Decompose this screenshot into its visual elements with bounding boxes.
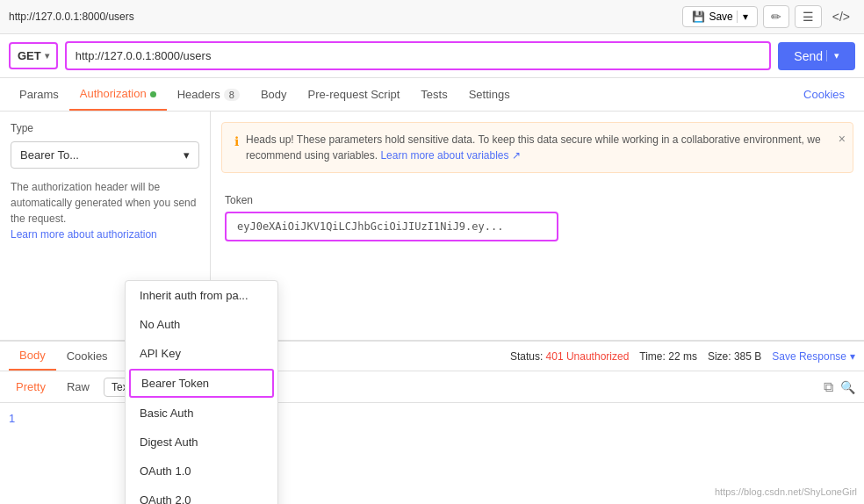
method-select[interactable]: GET ▾	[9, 42, 58, 69]
type-label: Type	[11, 122, 199, 134]
dropdown-item-noauth[interactable]: No Auth	[126, 310, 277, 339]
tab-params[interactable]: Params	[9, 79, 69, 110]
authorization-dot	[150, 91, 156, 97]
save-dropdown-arrow[interactable]: ▾	[737, 11, 748, 23]
alert-learn-link[interactable]: Learn more about variables ↗	[380, 149, 520, 162]
alert-banner: ℹ Heads up! These parameters hold sensit…	[221, 122, 853, 173]
watermark: https://blog.csdn.net/ShyLoneGirl	[715, 486, 857, 497]
comment-button[interactable]: ☰	[795, 5, 822, 28]
request-tabs: Params Authorization Headers8 Body Pre-r…	[0, 78, 864, 112]
send-dropdown-arrow[interactable]: ▾	[826, 50, 839, 61]
dropdown-item-apikey[interactable]: API Key	[126, 339, 277, 368]
url-input[interactable]	[65, 41, 772, 70]
headers-badge: 8	[224, 89, 240, 101]
auth-type-dropdown[interactable]: Inherit auth from pa... No Auth API Key …	[125, 280, 278, 504]
auth-right-panel: ℹ Heads up! These parameters hold sensit…	[211, 112, 864, 340]
type-select[interactable]: Bearer To... ▾	[11, 141, 199, 169]
copy-icon[interactable]: ⧉	[824, 379, 833, 395]
alert-text: Heads up! These parameters hold sensitiv…	[246, 132, 840, 163]
save-response-button[interactable]: Save Response ▾	[772, 350, 855, 363]
save-button[interactable]: 💾 Save ▾	[682, 6, 757, 27]
token-label: Token	[225, 194, 850, 206]
type-value: Bearer To...	[20, 148, 79, 162]
method-label: GET	[18, 49, 41, 62]
save-label: Save	[709, 11, 732, 23]
status-label: Status: 401 Unauthorized	[510, 350, 629, 363]
token-area: Token eyJ0eXAiOiJKV1QiLCJhbGciOiJIUzI1Ni…	[211, 184, 864, 252]
bottom-tab-body[interactable]: Body	[9, 342, 56, 371]
auth-description: The authorization header will be automat…	[11, 179, 199, 242]
dropdown-item-inherit[interactable]: Inherit auth from pa...	[126, 281, 277, 310]
code-button[interactable]: </>	[827, 6, 855, 27]
dropdown-item-oauth1[interactable]: OAuth 1.0	[126, 457, 277, 486]
tab-tests[interactable]: Tests	[410, 79, 457, 110]
window-url: http://127.0.0.1:8000/users	[9, 11, 675, 23]
line-number: 1	[9, 412, 15, 425]
size-value: 385 B	[734, 350, 761, 363]
token-input[interactable]: eyJ0eXAiOiJKV1QiLCJhbGciOiJIUzI1NiJ9.ey.…	[225, 212, 558, 241]
status-code: 401 Unauthorized	[546, 350, 630, 363]
send-label: Send	[794, 49, 823, 63]
url-bar: GET ▾ Send ▾	[0, 34, 864, 78]
alert-close-button[interactable]: ×	[839, 130, 846, 148]
edit-button[interactable]: ✏	[763, 5, 789, 28]
tab-authorization[interactable]: Authorization	[69, 78, 167, 111]
save-icon: 💾	[692, 11, 705, 23]
send-button[interactable]: Send ▾	[778, 42, 855, 70]
tab-cookies[interactable]: Cookies	[793, 79, 855, 110]
learn-more-link[interactable]: Learn more about authorization	[11, 228, 157, 241]
bottom-tab-cookies[interactable]: Cookies	[56, 342, 119, 370]
pretty-button[interactable]: Pretty	[9, 377, 53, 397]
tab-prerequest[interactable]: Pre-request Script	[298, 79, 411, 110]
response-toolbar-right: ⧉ 🔍	[824, 379, 855, 395]
type-arrow: ▾	[184, 148, 190, 162]
time-value: 22 ms	[668, 350, 697, 363]
save-response-arrow: ▾	[850, 350, 855, 363]
dropdown-item-basicauth[interactable]: Basic Auth	[126, 399, 277, 428]
top-bar-actions: 💾 Save ▾ ✏ ☰ </>	[682, 5, 855, 28]
dropdown-item-bearer[interactable]: Bearer Token	[129, 369, 274, 398]
time-label: Time: 22 ms	[639, 350, 697, 363]
top-bar: http://127.0.0.1:8000/users 💾 Save ▾ ✏ ☰…	[0, 0, 864, 34]
tab-settings[interactable]: Settings	[458, 79, 521, 110]
dropdown-item-oauth2[interactable]: OAuth 2.0	[126, 486, 277, 504]
method-arrow: ▾	[45, 51, 49, 61]
raw-button[interactable]: Raw	[60, 377, 97, 397]
info-icon: ℹ	[234, 133, 239, 151]
search-icon[interactable]: 🔍	[840, 380, 855, 394]
size-label: Size: 385 B	[708, 350, 761, 363]
tab-headers[interactable]: Headers8	[167, 79, 250, 110]
dropdown-item-digestauth[interactable]: Digest Auth	[126, 428, 277, 457]
tab-body[interactable]: Body	[250, 79, 298, 110]
